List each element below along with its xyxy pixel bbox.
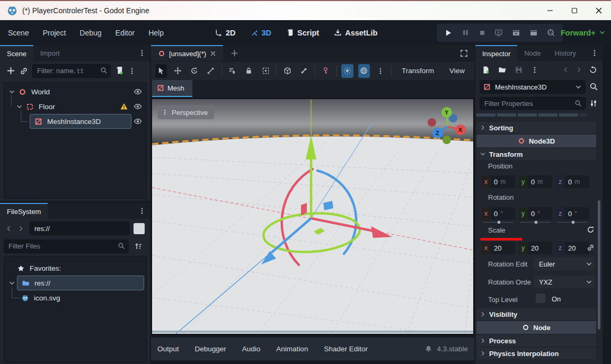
inspector-scrollbar[interactable] [598, 200, 600, 330]
play-remote-icon[interactable] [494, 29, 503, 37]
rotation-y-slider[interactable] [520, 222, 551, 223]
viewport-canvas[interactable]: Y X Z [152, 99, 473, 334]
visibility-eye-icon[interactable] [134, 87, 142, 96]
transform-menu[interactable]: Transform [396, 67, 439, 75]
close-button[interactable] [587, 1, 611, 20]
view-menu[interactable]: View [444, 67, 470, 75]
perspective-menu[interactable]: Perspective [157, 105, 214, 119]
top-level-checkbox[interactable] [536, 294, 545, 303]
mode-assetlib[interactable]: AssetLib [334, 29, 377, 37]
selected-node-box[interactable]: MeshInstance3D [30, 114, 131, 129]
version-label[interactable]: 4.3.stable [437, 345, 468, 353]
section-physics-interpolation[interactable]: Physics Interpolation [476, 348, 596, 359]
scale-x-spinbox[interactable]: x20 [481, 242, 515, 254]
file-sort-icon[interactable] [134, 242, 143, 251]
panel-output[interactable]: Output [157, 345, 179, 353]
visibility-eye-icon[interactable] [134, 102, 142, 111]
mode-script[interactable]: Script [286, 29, 319, 37]
add-node-icon[interactable] [6, 66, 15, 75]
preview-sun-toggle[interactable] [341, 64, 353, 78]
rotation-z-slider[interactable] [557, 222, 588, 223]
panel-animation[interactable]: Animation [276, 345, 308, 353]
scene-tab-unsaved[interactable]: [unsaved](*) [151, 45, 223, 61]
position-x-spinbox[interactable]: x0m [481, 175, 515, 188]
preview-environment-toggle[interactable] [358, 64, 370, 78]
list-select-tool[interactable] [227, 64, 238, 78]
menu-scene[interactable]: Scene [1, 29, 36, 37]
scale-z-spinbox[interactable]: z20 [555, 242, 589, 254]
menu-editor[interactable]: Editor [109, 29, 142, 37]
rotate-tool[interactable] [188, 64, 200, 78]
menu-debug[interactable]: Debug [73, 29, 108, 37]
new-scene-tab-button[interactable] [223, 45, 246, 61]
collapse-icon[interactable] [8, 280, 15, 287]
file-filter-input[interactable] [4, 239, 129, 253]
pause-icon[interactable] [462, 29, 470, 37]
preview-options-icon[interactable] [375, 64, 386, 78]
axis-neg-y-ball[interactable] [442, 136, 451, 144]
mode-3d[interactable]: 3D [251, 29, 272, 37]
scene-tree-menu-icon[interactable] [128, 67, 136, 75]
rotation-x-spinbox[interactable]: x0° [481, 207, 515, 220]
nav-back-icon[interactable] [5, 225, 12, 232]
rotation-y-spinbox[interactable]: y0° [518, 207, 552, 220]
tree-row-meshinstance3d[interactable]: MeshInstance3D [4, 114, 146, 129]
group-node-icon[interactable] [260, 64, 271, 78]
rotation-x-slider[interactable] [483, 222, 513, 223]
mesh-bottom-tab[interactable]: Mesh [152, 80, 192, 97]
stop-icon[interactable] [479, 29, 486, 37]
instance-scene-icon[interactable] [20, 67, 28, 75]
favorites-row[interactable]: Favorites: [4, 261, 146, 276]
mesh-options-icon[interactable] [281, 64, 293, 78]
selected-folder-box[interactable]: res:// [17, 276, 144, 290]
file-row-icon-svg[interactable]: icon.svg [4, 290, 146, 305]
movie-maker-icon[interactable] [547, 29, 555, 37]
collapse-icon[interactable] [8, 88, 15, 95]
panel-shader-editor[interactable]: Shader Editor [324, 345, 368, 353]
play-scene-icon[interactable] [512, 29, 520, 37]
rotation-edit-dropdown[interactable]: Euler [534, 258, 595, 270]
position-z-spinbox[interactable]: z0m [555, 175, 589, 188]
revert-scale-icon[interactable] [587, 226, 595, 234]
attach-script-icon[interactable] [115, 66, 124, 75]
skeleton-options-icon[interactable] [298, 64, 309, 78]
root-folder-row[interactable]: res:// [4, 276, 146, 290]
axis-neg-x-ball[interactable] [428, 118, 436, 127]
mode-2d[interactable]: 2D [215, 29, 236, 37]
scale-y-spinbox[interactable]: y20 [518, 242, 552, 254]
section-transform[interactable]: Transform [476, 148, 596, 160]
section-visibility[interactable]: Visibility [476, 308, 596, 320]
distraction-free-icon[interactable] [456, 45, 474, 61]
play-custom-scene-icon[interactable] [529, 29, 538, 37]
tab-scene[interactable]: Scene [0, 45, 33, 61]
section-process[interactable]: Process [476, 335, 596, 347]
warning-icon[interactable] [120, 102, 128, 111]
path-field[interactable] [30, 221, 129, 235]
maximize-button[interactable] [562, 1, 587, 20]
tab-filesystem[interactable]: FileSystem [0, 203, 48, 219]
position-y-spinbox[interactable]: y0m [518, 175, 552, 188]
file-info-button[interactable] [134, 223, 145, 234]
minimize-button[interactable] [538, 1, 562, 20]
dock-menu-icon[interactable] [134, 203, 150, 219]
move-tool[interactable] [172, 64, 183, 78]
visibility-eye-icon[interactable] [134, 117, 142, 126]
tree-row-world[interactable]: World [4, 84, 146, 99]
viewport-3d[interactable]: Y X Z Perspective [151, 98, 474, 335]
menu-help[interactable]: Help [141, 29, 171, 37]
animation-key-icon[interactable] [320, 64, 331, 78]
notification-bell-icon[interactable] [424, 345, 432, 353]
lock-node-icon[interactable] [243, 64, 255, 78]
select-tool[interactable] [155, 64, 167, 78]
scale-tool[interactable] [205, 64, 217, 78]
scale-link-icon[interactable] [587, 244, 595, 252]
panel-audio[interactable]: Audio [242, 345, 261, 353]
close-tab-icon[interactable] [210, 50, 216, 57]
category-node[interactable]: Node [476, 321, 596, 334]
dock-menu-icon[interactable] [134, 45, 150, 61]
section-sorting[interactable]: Sorting [476, 122, 596, 134]
category-node3d[interactable]: Node3D [476, 135, 596, 147]
play-icon[interactable] [444, 29, 453, 37]
tab-import[interactable]: Import [33, 45, 67, 61]
scene-filter-input[interactable] [32, 64, 111, 78]
